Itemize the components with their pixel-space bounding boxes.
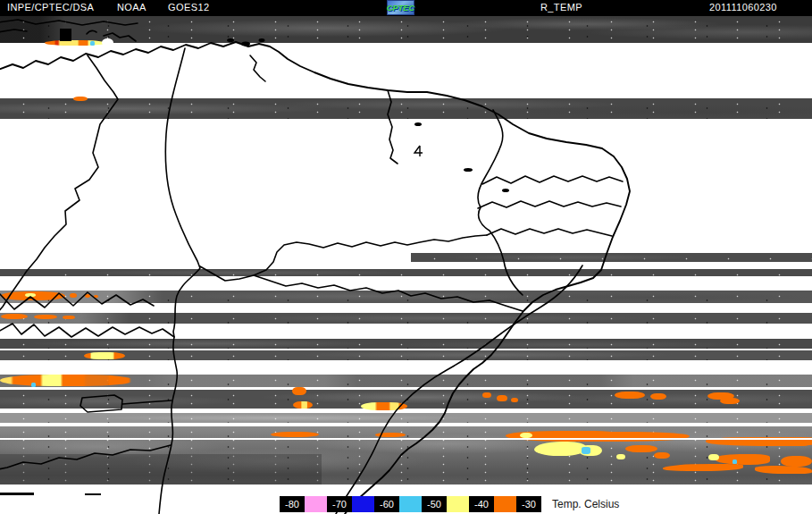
- bolivia-border-path: [0, 445, 171, 469]
- legend-title: Temp. Celsius: [552, 496, 619, 512]
- andes-border-path: [0, 55, 118, 312]
- state-border-path: [478, 201, 621, 208]
- lake-mark: [464, 168, 473, 172]
- legend-label: -60: [374, 496, 399, 512]
- cptec-logo-text: CPTEC: [387, 4, 415, 13]
- legend-label: -80: [280, 496, 305, 512]
- legend-swatch: [494, 496, 516, 512]
- orinoco-delta-path: [250, 55, 265, 81]
- legend-label: -50: [422, 496, 447, 512]
- satellite-image-viewer: INPE/CPTEC/DSA NOAA GOES12 CPTEC R_TEMP …: [0, 0, 812, 514]
- legend-label: -70: [327, 496, 352, 512]
- inland-border-path: [336, 265, 582, 514]
- temperature-legend: -80 -70 -60 -50 -40 -30 Temp. Celsius: [280, 496, 619, 512]
- guyana-river-path: [388, 90, 398, 164]
- coastline-path: [0, 42, 630, 514]
- island-mark: [227, 38, 234, 42]
- island-mark: [259, 38, 265, 42]
- island-mark: [241, 42, 250, 46]
- lake-mark: [414, 122, 422, 126]
- state-border-path: [487, 229, 612, 236]
- satellite-label: GOES12: [168, 2, 209, 13]
- central-border-path: [254, 275, 523, 311]
- dark-landmark: [60, 29, 71, 41]
- border-path: [0, 292, 154, 309]
- map-borders-svg: [0, 0, 812, 514]
- product-label: R_TEMP: [540, 2, 582, 13]
- legend-swatch: [447, 496, 469, 512]
- agency-label: NOAA: [117, 2, 146, 13]
- lake-mark: [502, 189, 509, 192]
- legend-swatch: [399, 496, 422, 512]
- timestamp-label: 201111060230: [709, 2, 777, 13]
- west-border-path: [159, 48, 200, 514]
- legend-label: -30: [516, 496, 541, 512]
- reservoir-outline-path: [80, 395, 172, 412]
- legend-swatch: [305, 496, 327, 512]
- state-border-path: [482, 176, 623, 184]
- lake-mark: [414, 146, 423, 156]
- amazon-border-path: [200, 235, 487, 281]
- cptec-logo: CPTEC: [387, 0, 414, 15]
- legend-label: -40: [469, 496, 494, 512]
- peru-border-path: [0, 324, 174, 337]
- legend-swatch: [352, 496, 374, 512]
- source-label: INPE/CPTEC/DSA: [7, 2, 94, 13]
- northeast-inland-path: [478, 110, 523, 295]
- header-bar: INPE/CPTEC/DSA NOAA GOES12 CPTEC R_TEMP …: [0, 0, 812, 16]
